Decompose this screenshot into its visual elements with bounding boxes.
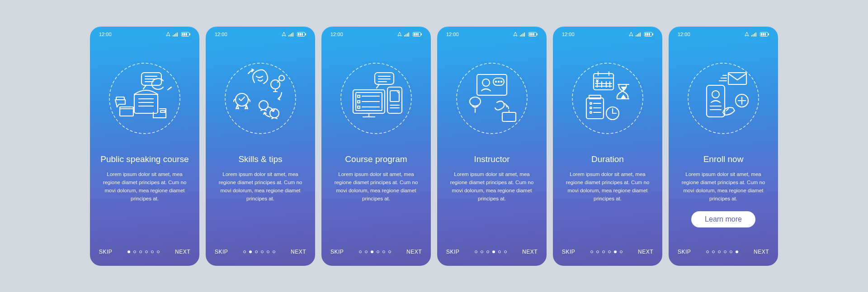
page-dot[interactable]: [492, 250, 495, 253]
next-button[interactable]: NEXT: [638, 249, 653, 255]
svg-rect-127: [761, 33, 762, 36]
svg-rect-42: [407, 33, 408, 37]
page-dot[interactable]: [127, 250, 130, 253]
page-dot[interactable]: [243, 250, 246, 253]
svg-rect-97: [649, 33, 650, 36]
page-dot[interactable]: [596, 250, 599, 253]
svg-line-139: [726, 109, 728, 111]
next-button[interactable]: NEXT: [754, 249, 769, 255]
learn-more-button[interactable]: Learn more: [691, 211, 755, 227]
status-icons: [745, 32, 769, 37]
svg-point-38: [259, 101, 268, 110]
svg-point-116: [590, 111, 592, 113]
page-dot[interactable]: [255, 250, 258, 253]
page-dot[interactable]: [133, 250, 136, 253]
status-icons: [513, 32, 538, 37]
page-dot[interactable]: [481, 250, 483, 253]
page-dot[interactable]: [504, 250, 507, 253]
page-dot[interactable]: [614, 250, 617, 253]
next-button[interactable]: NEXT: [406, 249, 422, 255]
svg-rect-60: [358, 106, 360, 108]
location-icon: [629, 32, 633, 37]
page-dot[interactable]: [371, 250, 373, 253]
svg-rect-92: [640, 32, 641, 37]
page-dot[interactable]: [359, 250, 362, 253]
page-dot[interactable]: [712, 250, 715, 253]
svg-rect-96: [647, 33, 648, 36]
onboarding-footer: SKIP NEXT: [562, 240, 653, 266]
page-dot[interactable]: [736, 250, 738, 253]
onboarding-screen: 12:00 Public speaking course Lorem ipsum…: [90, 27, 199, 266]
page-dot[interactable]: [706, 250, 709, 253]
page-dot[interactable]: [498, 250, 501, 253]
battery-icon: [297, 32, 306, 37]
next-button[interactable]: NEXT: [522, 249, 538, 255]
page-dot[interactable]: [486, 250, 489, 253]
screen-title: Duration: [562, 154, 653, 165]
screen-description: Lorem ipsum dolor sit amet, mea regione …: [330, 171, 422, 203]
svg-rect-77: [531, 33, 533, 36]
page-dot[interactable]: [718, 250, 721, 253]
page-dot[interactable]: [261, 250, 264, 253]
page-dot[interactable]: [590, 250, 593, 253]
page-dot[interactable]: [724, 250, 726, 253]
page-dot[interactable]: [377, 250, 379, 253]
svg-rect-46: [414, 33, 415, 36]
status-bar: 12:00: [678, 27, 769, 42]
next-button[interactable]: NEXT: [175, 249, 190, 255]
svg-rect-78: [533, 33, 534, 36]
page-dot[interactable]: [157, 250, 160, 253]
page-dot[interactable]: [620, 250, 623, 253]
page-dot[interactable]: [602, 250, 605, 253]
page-dot[interactable]: [730, 250, 732, 253]
status-icons: [629, 32, 653, 37]
page-dot[interactable]: [151, 250, 154, 253]
page-dot[interactable]: [249, 250, 252, 253]
svg-rect-58: [358, 101, 360, 103]
onboarding-screen: 12:00 Duration Lorem ipsum dolor sit ame…: [553, 27, 662, 266]
onboarding-footer: SKIP NEXT: [446, 240, 538, 266]
svg-rect-2: [175, 33, 176, 37]
skip-button[interactable]: SKIP: [215, 249, 228, 255]
status-bar: 12:00: [446, 27, 538, 42]
svg-rect-76: [529, 33, 531, 36]
page-indicator: [127, 250, 160, 253]
svg-rect-25: [292, 32, 293, 37]
svg-rect-90: [637, 34, 638, 37]
enroll-now-icon: [678, 46, 769, 150]
svg-rect-75: [537, 33, 538, 35]
page-indicator: [706, 250, 738, 253]
svg-point-49: [341, 63, 411, 134]
page-indicator: [590, 250, 623, 253]
svg-point-35: [279, 75, 284, 81]
svg-rect-70: [520, 35, 521, 37]
skip-button[interactable]: SKIP: [678, 249, 691, 255]
svg-rect-45: [421, 33, 422, 35]
svg-point-136: [712, 91, 719, 98]
skip-button[interactable]: SKIP: [446, 249, 459, 255]
page-dot[interactable]: [267, 250, 269, 253]
signal-icon: [636, 32, 642, 37]
skip-button[interactable]: SKIP: [330, 249, 344, 255]
svg-rect-72: [523, 33, 524, 37]
svg-rect-126: [768, 33, 769, 35]
location-icon: [513, 32, 518, 37]
page-dot[interactable]: [608, 250, 611, 253]
skip-button[interactable]: SKIP: [562, 249, 575, 255]
page-dot[interactable]: [145, 250, 148, 253]
page-dot[interactable]: [273, 250, 275, 253]
status-time: 12:00: [562, 32, 575, 37]
battery-icon: [528, 32, 538, 37]
page-dot[interactable]: [475, 250, 477, 253]
page-dot[interactable]: [382, 250, 385, 253]
svg-rect-5: [189, 33, 190, 35]
svg-rect-124: [755, 32, 756, 37]
svg-rect-56: [358, 95, 360, 97]
page-dot[interactable]: [139, 250, 142, 253]
next-button[interactable]: NEXT: [291, 249, 306, 255]
page-dot[interactable]: [365, 250, 368, 253]
page-dot[interactable]: [388, 250, 391, 253]
onboarding-footer: SKIP NEXT: [215, 240, 306, 266]
skip-button[interactable]: SKIP: [99, 249, 112, 255]
svg-rect-129: [764, 33, 766, 36]
